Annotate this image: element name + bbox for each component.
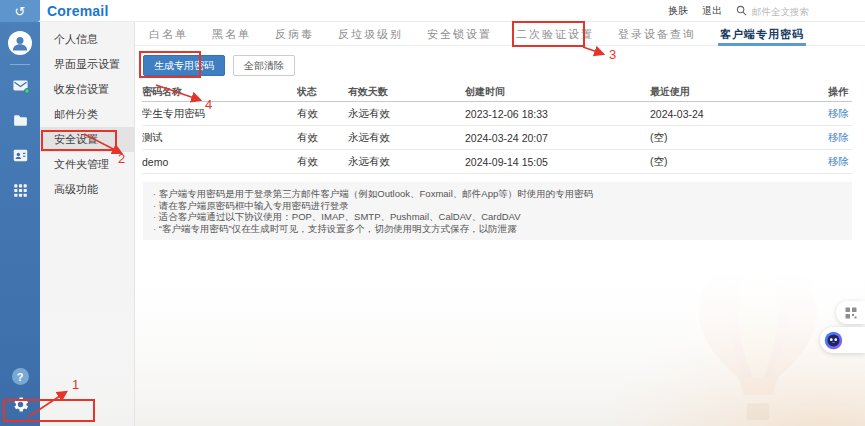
table-row: 学生专用密码 有效 永远有效 2023-12-06 18:33 2024-03-… — [142, 102, 852, 126]
tab-two-factor[interactable]: 二次验证设置 — [516, 22, 594, 46]
security-tabs: 白名单 黑名单 反病毒 反垃圾级别 安全锁设置 二次验证设置 登录设备查询 客户… — [135, 22, 865, 46]
password-help-notes: 客户端专用密码是用于登录第三方邮件客户端（例如Outlook、Foxmail、邮… — [143, 182, 852, 240]
last-used: 2024-03-24 — [650, 108, 828, 120]
rail-divider — [10, 64, 30, 65]
remove-link[interactable]: 移除 — [828, 155, 852, 169]
tab-security-lock[interactable]: 安全锁设置 — [427, 22, 492, 46]
password-name: 测试 — [142, 131, 297, 145]
col-valid-days: 有效天数 — [348, 85, 465, 99]
remove-link[interactable]: 移除 — [828, 131, 852, 145]
top-bar: ↺ Coremail 换肤 退出 — [0, 0, 865, 22]
password-name: 学生专用密码 — [142, 107, 297, 121]
main-content: 白名单 黑名单 反病毒 反垃圾级别 安全锁设置 二次验证设置 登录设备查询 客户… — [135, 22, 865, 426]
logout-link[interactable]: 退出 — [702, 4, 722, 18]
contacts-icon[interactable] — [9, 144, 31, 166]
col-status: 状态 — [297, 85, 348, 99]
clear-all-button[interactable]: 全部清除 — [233, 55, 295, 76]
qr-code-icon — [845, 307, 857, 319]
unread-dot — [24, 88, 30, 94]
change-skin-link[interactable]: 换肤 — [668, 4, 688, 18]
col-created-time: 创建时间 — [465, 85, 650, 99]
col-last-used: 最近使用 — [650, 85, 828, 99]
app-rail — [0, 22, 40, 426]
note-line: 适合客户端通过以下协议使用：POP、IMAP、SMTP、Pushmail、Cal… — [153, 211, 842, 223]
status: 有效 — [297, 107, 348, 121]
note-line: “客户端专用密码”仅在生成时可见，支持设置多个，切勿使用明文方式保存，以防泄露 — [153, 223, 842, 235]
table-row: 测试 有效 永远有效 2024-03-24 20:07 (空) 移除 — [142, 126, 852, 150]
search-input[interactable] — [752, 6, 837, 17]
sidebar-item-mail-category[interactable]: 邮件分类 — [40, 102, 134, 127]
sidebar-item-advanced[interactable]: 高级功能 — [40, 177, 134, 202]
col-password-name: 密码名称 — [142, 85, 297, 99]
search-box[interactable] — [736, 2, 837, 20]
avatar[interactable] — [8, 31, 32, 55]
col-action: 操作 — [828, 85, 852, 99]
ai-assistant-button[interactable] — [820, 327, 865, 353]
created-time: 2024-03-24 20:07 — [465, 132, 650, 144]
generate-password-button[interactable]: 生成专用密码 — [143, 55, 225, 76]
robot-face-icon — [824, 331, 843, 350]
note-line: 请在客户端原密码框中输入专用密码进行登录 — [153, 200, 842, 212]
tab-whitelist[interactable]: 白名单 — [149, 22, 188, 46]
settings-sidebar: 个人信息 界面显示设置 收发信设置 邮件分类 安全设置 文件夹管理 高级功能 — [40, 22, 135, 426]
created-time: 2023-12-06 18:33 — [465, 108, 650, 120]
password-toolbar: 生成专用密码 全部清除 — [143, 55, 295, 76]
sidebar-item-personal-info[interactable]: 个人信息 — [40, 27, 134, 52]
annotation-step-number: 3 — [609, 47, 616, 62]
folder-icon[interactable] — [9, 109, 31, 131]
sidebar-item-send-receive[interactable]: 收发信设置 — [40, 77, 134, 102]
rail-bottom — [11, 368, 30, 426]
status: 有效 — [297, 155, 348, 169]
table-row: demo 有效 永远有效 2024-09-14 15:05 (空) 移除 — [142, 150, 852, 174]
valid-days: 永远有效 — [348, 131, 465, 145]
apps-grid-icon[interactable] — [9, 179, 31, 201]
password-name: demo — [142, 156, 297, 168]
password-table: 密码名称 状态 有效天数 创建时间 最近使用 操作 学生专用密码 有效 永远有效… — [142, 82, 852, 174]
tab-antivirus[interactable]: 反病毒 — [275, 22, 314, 46]
valid-days: 永远有效 — [348, 107, 465, 121]
mail-icon[interactable] — [9, 74, 31, 96]
note-line: 客户端专用密码是用于登录第三方邮件客户端（例如Outlook、Foxmail、邮… — [153, 188, 842, 200]
qr-code-button[interactable] — [836, 301, 865, 324]
remove-link[interactable]: 移除 — [828, 107, 852, 121]
topbar-actions: 换肤 退出 — [668, 0, 837, 22]
tab-antispam-level[interactable]: 反垃圾级别 — [338, 22, 403, 46]
last-used: (空) — [650, 155, 828, 169]
last-used: (空) — [650, 131, 828, 145]
coremail-logo: Coremail — [47, 3, 109, 19]
annotation-step-number: 4 — [205, 97, 212, 112]
search-icon — [736, 2, 747, 20]
created-time: 2024-09-14 15:05 — [465, 156, 650, 168]
tab-client-password[interactable]: 客户端专用密码 — [720, 22, 804, 46]
help-icon[interactable] — [12, 368, 29, 385]
settings-gear-icon[interactable] — [11, 395, 30, 418]
back-icon[interactable]: ↺ — [0, 0, 40, 22]
status: 有效 — [297, 131, 348, 145]
sidebar-item-security-settings[interactable]: 安全设置 — [40, 127, 134, 152]
annotation-step-number: 2 — [118, 151, 125, 166]
table-header-row: 密码名称 状态 有效天数 创建时间 最近使用 操作 — [142, 82, 852, 102]
annotation-step-number: 1 — [72, 377, 79, 392]
tab-blacklist[interactable]: 黑名单 — [212, 22, 251, 46]
valid-days: 永远有效 — [348, 155, 465, 169]
sidebar-item-display-settings[interactable]: 界面显示设置 — [40, 52, 134, 77]
tab-login-devices[interactable]: 登录设备查询 — [618, 22, 696, 46]
